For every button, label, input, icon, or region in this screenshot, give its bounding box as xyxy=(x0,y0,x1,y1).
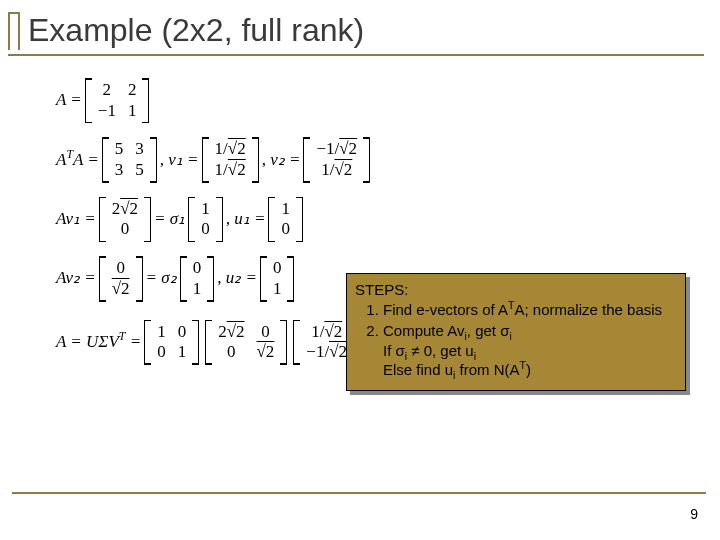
eq-A-lhs: A = xyxy=(56,91,82,110)
steps-header: STEPS: xyxy=(355,280,677,300)
steps-item-2: Compute Avi, get σiIf σi ≠ 0, get uiElse… xyxy=(383,321,677,380)
eq-Av1: Av₁ = 2√2 0 = σ₁ 1 0 , u₁ = 1 0 xyxy=(56,197,680,242)
title-bar: Example (2x2, full rank) xyxy=(8,8,704,56)
steps-item-1: Find e-vectors of ATA; normalize the bas… xyxy=(383,300,677,320)
eq-ATA: ATA = 5 3 3 5 , v₁ = 1/√2 1/√2 , v₂ = −1… xyxy=(56,137,680,182)
title-accent xyxy=(8,12,20,50)
steps-list: Find e-vectors of ATA; normalize the bas… xyxy=(383,300,677,380)
eq-ATA-lhs: ATA = xyxy=(56,151,99,170)
slide-title: Example (2x2, full rank) xyxy=(28,8,364,49)
slide-number: 9 xyxy=(690,506,698,522)
steps-callout: STEPS: Find e-vectors of ATA; normalize … xyxy=(346,273,686,391)
eq-A: A = 2 2 −1 1 xyxy=(56,78,680,123)
footer-rule xyxy=(12,492,706,494)
